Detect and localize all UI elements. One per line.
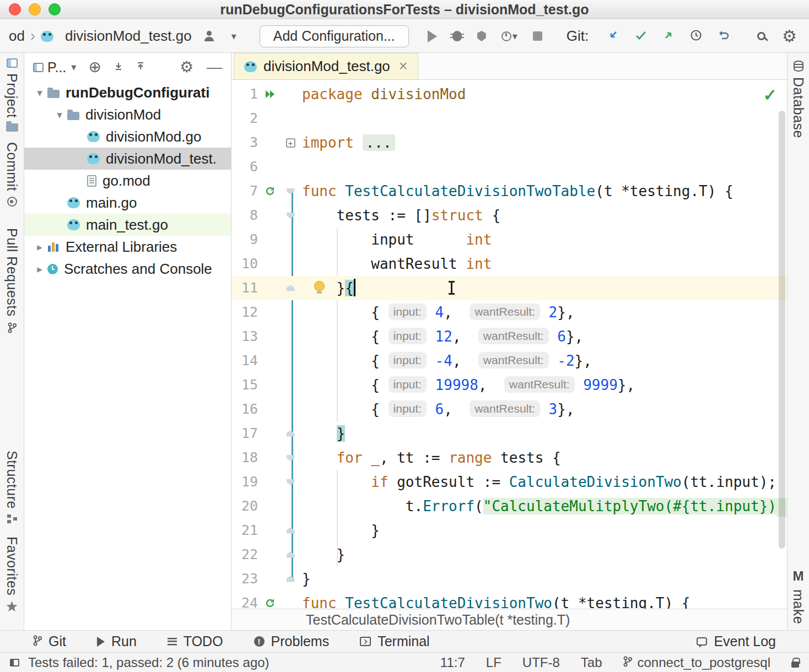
tree-chevron-icon[interactable]: ▾	[52, 109, 67, 121]
tool-button-event-log[interactable]: Event Log	[697, 633, 776, 649]
code-editor[interactable]: 1package divisionMod23import ...67func T…	[231, 80, 787, 609]
breadcrumb-file[interactable]: divisionMod_test.go	[41, 28, 192, 45]
locate-file-icon[interactable]: ⊕	[88, 59, 101, 75]
expand-all-icon[interactable]	[114, 61, 123, 73]
tool-button-todo[interactable]: TODO	[168, 633, 223, 649]
line-separator[interactable]: LF	[486, 655, 501, 670]
code-line[interactable]: 24func TestCalculateDivisionTwo(t *testi…	[231, 591, 787, 609]
hide-panel-icon[interactable]: —	[207, 59, 222, 75]
add-configuration-button[interactable]: Add Configuration...	[260, 25, 409, 47]
fold-marker[interactable]	[282, 576, 299, 582]
fold-marker[interactable]	[282, 479, 299, 485]
context-function-signature[interactable]: TestCalculateDivisionTwoTable(t *testing…	[306, 612, 570, 628]
code-line[interactable]: 1package divisionMod	[231, 82, 787, 106]
history-clock-icon[interactable]	[690, 29, 702, 44]
profiler-widget[interactable]: ▾	[501, 30, 517, 42]
tool-button-database[interactable]: Database	[788, 61, 809, 138]
tool-button-make[interactable]: M make	[788, 568, 809, 624]
close-window-button[interactable]	[9, 3, 21, 15]
code-line[interactable]: 9 input int	[231, 227, 787, 252]
tool-button-commit[interactable]: Commit	[0, 142, 24, 207]
gear-icon[interactable]: ⚙	[782, 28, 797, 45]
code-line[interactable]: 8 tests := []struct {	[231, 203, 787, 227]
tool-button-pull-requests[interactable]: Pull Requests	[0, 228, 24, 335]
fold-marker[interactable]	[282, 528, 299, 534]
update-project-icon[interactable]	[607, 29, 619, 44]
tool-button-project[interactable]: Project	[0, 58, 24, 132]
debug-icon[interactable]	[452, 31, 462, 41]
commit-check-icon[interactable]	[635, 30, 647, 42]
code-line[interactable]: 6	[231, 155, 787, 179]
settings-gear-icon[interactable]: ⚙	[180, 59, 193, 75]
toolwindow-toggle-icon[interactable]	[10, 659, 19, 666]
run-test-icon[interactable]	[258, 186, 282, 197]
code-line[interactable]: 21 }	[231, 518, 787, 543]
code-line[interactable]: 15 { input: 19998, wantResult: 9999},	[231, 373, 787, 397]
git-branch-widget[interactable]: connect_to_postgresql	[623, 655, 771, 670]
code-line[interactable]: 13 { input: 12, wantResult: 6},	[231, 324, 787, 349]
tool-button-run[interactable]: Run	[97, 633, 137, 649]
push-icon[interactable]	[662, 29, 675, 44]
fold-marker[interactable]	[282, 138, 299, 148]
code-line[interactable]: 19 if gotResult := CalculateDivisionTwo(…	[231, 470, 787, 494]
tree-item-scratches-and-console[interactable]: ▸Scratches and Console	[24, 258, 231, 280]
fold-marker[interactable]	[282, 552, 299, 558]
code-line[interactable]: 22 }	[231, 543, 787, 567]
code-line[interactable]: 14 { input: -4, wantResult: -2},	[231, 349, 787, 373]
stop-icon[interactable]	[533, 31, 542, 41]
tree-item-external-libraries[interactable]: ▸External Libraries	[24, 236, 231, 258]
tree-item-go-mod[interactable]: go.mod	[24, 170, 231, 192]
tool-button-terminal[interactable]: Terminal	[360, 633, 429, 649]
code-line[interactable]: 7func TestCalculateDivisionTwoTable(t *t…	[231, 179, 787, 203]
run-test-icon[interactable]	[258, 598, 282, 609]
code-line[interactable]: 20 t.Errorf("CalculateMulitplyTwo(#{tt.i…	[231, 494, 787, 518]
breadcrumb-module[interactable]: od	[9, 28, 25, 45]
code-line[interactable]: 12 { input: 4, wantResult: 2},	[231, 300, 787, 324]
lock-icon[interactable]	[791, 662, 799, 668]
project-view-selector[interactable]: P... ▾	[33, 59, 76, 75]
indent-style[interactable]: Tab	[581, 655, 602, 670]
tree-chevron-icon[interactable]: ▾	[32, 86, 47, 99]
titlebar[interactable]: runDebugConfigurationsForTests – divisio…	[0, 0, 809, 19]
tree-item-divisionmod[interactable]: ▾divisionMod	[24, 104, 231, 126]
code-line[interactable]: 10 wantResult int	[231, 252, 787, 276]
file-encoding[interactable]: UTF-8	[522, 655, 560, 670]
caret-position[interactable]: 11:7	[440, 655, 465, 670]
inspection-ok-icon[interactable]: ✓	[763, 85, 777, 105]
tree-item-divisionmod-go[interactable]: divisionMod.go	[24, 126, 231, 148]
minimize-window-button[interactable]	[29, 3, 41, 15]
run-icon[interactable]	[428, 30, 437, 42]
tree-item-main-go[interactable]: main.go	[24, 192, 231, 214]
tool-button-favorites[interactable]: Favorites	[0, 536, 24, 611]
tree-chevron-icon[interactable]: ▸	[32, 241, 47, 253]
collapse-all-icon[interactable]	[136, 61, 145, 73]
status-message[interactable]: Tests failed: 1, passed: 2 (6 minutes ag…	[28, 655, 269, 670]
editor-tab[interactable]: divisionMod_test.go ×	[234, 53, 418, 79]
code-line[interactable]: 2	[231, 106, 787, 131]
close-tab-icon[interactable]: ×	[399, 58, 408, 75]
search-icon[interactable]	[757, 32, 765, 40]
editor-scrollbar[interactable]	[779, 111, 785, 549]
zoom-window-button[interactable]	[48, 3, 61, 15]
tree-item-rundebugconfigurati[interactable]: ▾runDebugConfigurati	[24, 82, 231, 104]
code-line[interactable]: 3import ...	[231, 131, 787, 155]
rollback-icon[interactable]	[718, 30, 730, 43]
tree-chevron-icon[interactable]: ▸	[32, 263, 47, 275]
code-line[interactable]: 18 for _, tt := range tests {	[231, 446, 787, 470]
tool-button-structure[interactable]: Structure	[0, 451, 24, 523]
fold-marker[interactable]	[282, 431, 299, 437]
fold-marker[interactable]	[282, 285, 299, 291]
fold-marker[interactable]	[282, 213, 299, 219]
fold-marker[interactable]	[282, 455, 299, 461]
tool-button-problems[interactable]: Problems	[254, 633, 330, 649]
code-line[interactable]: 23}	[231, 567, 787, 591]
run-all-icon[interactable]	[258, 89, 282, 99]
coverage-icon[interactable]	[477, 31, 486, 41]
code-line[interactable]: 16 { input: 6, wantResult: 3},	[231, 397, 787, 421]
tree-item-divisionmod-test[interactable]: divisionMod_test.	[24, 148, 231, 170]
code-line[interactable]: 17 }	[231, 421, 787, 446]
code-line[interactable]: 11 }{	[231, 276, 787, 300]
user-widget[interactable]: ▾	[204, 30, 236, 42]
intention-bulb-icon[interactable]	[314, 281, 325, 291]
fold-marker[interactable]	[282, 188, 299, 194]
